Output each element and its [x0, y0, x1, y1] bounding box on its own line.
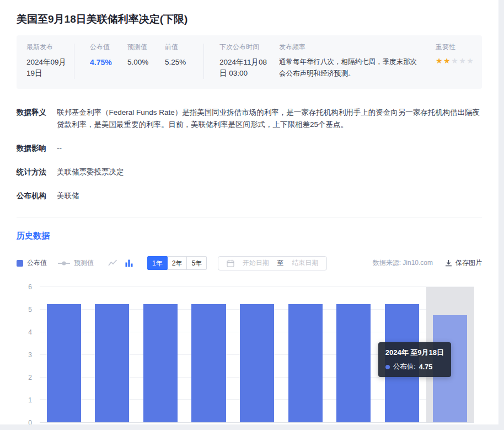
y-tick-label: 3 [28, 352, 32, 358]
chart-toolbar: 公布值 预测值 1年 2年 5年 开始日期 至 结束日期 数据来源: Jin10… [17, 256, 482, 270]
end-date-input[interactable]: 结束日期 [292, 258, 318, 268]
bar-column-6[interactable] [329, 287, 378, 422]
bar-column-5[interactable] [281, 287, 330, 422]
interpretation-value: 联邦基金利率（Federal Funds Rate）是指美国同业拆借市场的利率，… [57, 107, 482, 132]
date-range-separator: 至 [277, 258, 283, 268]
previous-value-block: 前值 5.25% [165, 43, 203, 68]
detail-row-interpretation: 数据释义 联邦基金利率（Federal Funds Rate）是指美国同业拆借市… [17, 107, 482, 132]
rate-history-chart[interactable]: 0123456 2023年 至9月20日2023年 至12月13日2024年 至… [17, 282, 482, 424]
tooltip-title: 2024年 至9月18日 [385, 348, 444, 358]
bar-column-2[interactable] [136, 287, 185, 422]
bar[interactable] [240, 304, 274, 422]
section-divider [17, 217, 482, 217]
star-empty-icon: ★ [467, 56, 474, 65]
star-empty-icon: ★ [459, 56, 467, 65]
frequency-block: 发布频率 通常每年举行八次，相隔约七周，季度末那次会公布声明和经济预测。 [271, 43, 421, 80]
bar[interactable] [143, 304, 178, 422]
actual-value-block: 公布值 4.75% [74, 43, 127, 68]
star-empty-icon: ★ [451, 56, 459, 65]
y-tick-label: 6 [28, 284, 32, 290]
range-1y-button[interactable]: 1年 [147, 256, 168, 270]
star-filled-icon: ★ [443, 56, 451, 65]
legend-actual-label: 公布值 [27, 258, 47, 268]
calendar-icon [227, 259, 234, 267]
start-date-input[interactable]: 开始日期 [243, 258, 269, 268]
forecast-value-block: 预测值 5.00% [127, 43, 165, 68]
method-value: 美联储票委投票决定 [57, 166, 124, 179]
next-release-value: 2024年11月08日 03:00 [219, 57, 271, 79]
bar-chart-icon[interactable] [125, 259, 133, 267]
actual-label: 公布值 [90, 43, 127, 52]
method-label: 统计方法 [17, 166, 57, 179]
bar[interactable] [191, 304, 226, 422]
bar-column-1[interactable] [88, 287, 137, 422]
legend-forecast-label: 预测值 [74, 258, 94, 268]
importance-label: 重要性 [436, 43, 474, 52]
bar[interactable] [95, 304, 129, 422]
forecast-series-dot [62, 261, 66, 265]
forecast-series-marker [58, 263, 70, 264]
forecast-label: 预测值 [127, 43, 165, 52]
importance-stars: ★★★★★ [436, 56, 474, 65]
bar[interactable] [288, 304, 323, 422]
actual-series-marker [17, 260, 23, 267]
importance-block: 重要性 ★★★★★ [421, 43, 474, 65]
page-title: 美国至9月18日美联储利率决定(下限) [0, 0, 498, 35]
y-tick-label: 1 [28, 397, 32, 404]
y-tick-label: 2 [28, 374, 32, 381]
tooltip-series-label: 公布值: [393, 362, 416, 371]
range-5y-button[interactable]: 5年 [186, 256, 207, 270]
range-2y-button[interactable]: 2年 [167, 256, 187, 270]
detail-row-impact: 数据影响 -- [17, 142, 482, 155]
details-section: 数据释义 联邦基金利率（Federal Funds Rate）是指美国同业拆借市… [17, 107, 482, 203]
bar-column-4[interactable] [233, 287, 281, 422]
history-section-title[interactable]: 历史数据 [0, 231, 50, 241]
previous-value: 5.25% [165, 57, 203, 68]
save-image-label: 保存图片 [455, 258, 482, 268]
frequency-value: 通常每年举行八次，相隔约七周，季度末那次会公布声明和经济预测。 [279, 56, 421, 80]
data-source-text: 数据来源: Jin10.com [373, 258, 433, 268]
bar-column-3[interactable] [185, 287, 233, 422]
latest-release-label: 最新发布 [26, 43, 74, 52]
frequency-label: 发布频率 [279, 43, 421, 52]
detail-row-agency: 公布机构 美联储 [17, 190, 482, 203]
y-tick-label: 0 [28, 420, 32, 424]
tooltip-row: 公布值: 4.75 [385, 362, 444, 371]
summary-panel: 最新发布 2024年09月19日 公布值 4.75% 预测值 5.00% 前值 … [17, 35, 482, 89]
impact-label: 数据影响 [17, 142, 57, 155]
star-filled-icon: ★ [436, 56, 443, 65]
detail-row-method: 统计方法 美联储票委投票决定 [17, 166, 482, 179]
bar[interactable] [47, 304, 81, 422]
date-range-picker[interactable]: 开始日期 至 结束日期 [218, 256, 327, 270]
agency-value: 美联储 [57, 190, 79, 203]
y-tick-label: 5 [28, 306, 32, 313]
latest-release-block: 最新发布 2024年09月19日 [17, 43, 74, 79]
interpretation-label: 数据释义 [17, 107, 57, 132]
forecast-value: 5.00% [127, 57, 165, 68]
previous-label: 前值 [165, 43, 203, 52]
download-icon [445, 259, 452, 267]
next-release-block: 下次公布时间 2024年11月08日 03:00 [204, 43, 271, 79]
y-axis: 0123456 [17, 287, 35, 423]
bar[interactable] [336, 304, 371, 422]
tooltip-value: 4.75 [419, 363, 432, 371]
range-buttons: 1年 2年 5年 [147, 256, 207, 270]
actual-value: 4.75% [90, 57, 127, 68]
y-tick-label: 4 [28, 329, 32, 336]
impact-value: -- [57, 142, 62, 155]
chart-tooltip: 2024年 至9月18日 公布值: 4.75 [378, 342, 451, 377]
legend-actual[interactable]: 公布值 [17, 258, 47, 268]
tooltip-series-dot [385, 365, 390, 369]
line-chart-icon[interactable] [108, 259, 117, 267]
latest-release-value: 2024年09月19日 [26, 57, 74, 79]
legend-forecast[interactable]: 预测值 [58, 258, 94, 268]
save-image-button[interactable]: 保存图片 [445, 258, 482, 268]
bar-column-0[interactable] [40, 287, 88, 422]
indicator-detail-card: 美国至9月18日美联储利率决定(下限) 最新发布 2024年09月19日 公布值… [0, 0, 498, 424]
next-release-label: 下次公布时间 [219, 43, 271, 52]
agency-label: 公布机构 [17, 190, 57, 203]
